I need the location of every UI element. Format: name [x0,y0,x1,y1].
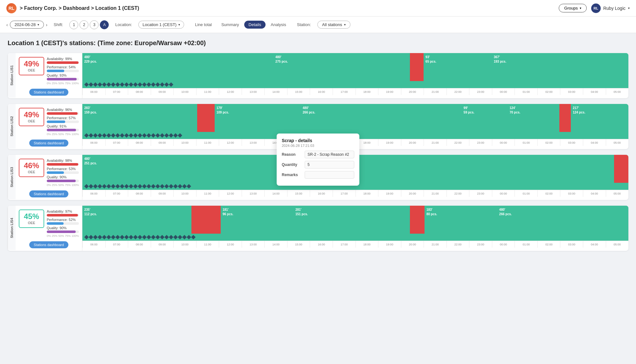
diamond-icon [102,133,107,138]
tab-summary[interactable]: Summary [217,21,244,29]
shift-1-button[interactable]: 1 [69,20,78,29]
diamond-icon [160,235,164,239]
segment-LIS1-1: 480'275 pcs. [273,53,410,81]
station-selector[interactable]: All stations ▾ [317,21,350,29]
diamond-icon [102,235,107,239]
station-label-LIS4: Station LIS4 [8,206,16,250]
location-selector[interactable]: Location 1 (CEST) ▾ [138,21,184,29]
header: RL > Factory Corp. > Dashboard > Locatio… [0,0,636,17]
chevron-down-icon: ▾ [344,23,346,26]
diamond-icon [93,133,98,138]
segment-LIS2-5: 124'70 pcs. [508,104,559,132]
diamond-icon [129,82,133,87]
diamond-icon [160,133,164,138]
dashboard-button-LIS2[interactable]: Stations dashboard [29,140,68,147]
diamond-icon [133,133,138,138]
oee-box-LIS1: 49%OEE [19,57,44,75]
app-logo: RL [6,3,17,13]
diamond-icon [156,82,160,87]
header-right: Groups ▾ RL Ruby Logic ▾ [559,3,630,13]
diamond-icon [98,82,102,87]
next-date-button[interactable]: › [46,22,47,27]
diamond-icon [160,184,164,189]
diamond-icon [124,235,129,239]
location-label: Location: [115,22,132,27]
date-picker[interactable]: 2024-06-28 ▾ [10,21,44,29]
tab-line-total[interactable]: Line total [190,21,216,29]
diamond-icon [169,133,173,138]
segment-LIS4-5 [410,206,425,234]
prev-date-button[interactable]: ‹ [6,22,8,27]
diamond-icon [129,133,133,138]
segment-LIS2-2: 179'109 pcs. [215,104,301,132]
station-metrics-LIS1: 49%OEE Availability: 99% Performance: 54… [16,53,82,98]
diamond-icon [156,133,160,138]
diamond-icon [138,184,142,189]
scrap-popup-datetime: 2024-06-28 17:21:03 [282,144,354,148]
scrap-remarks-field: Remarks [282,171,354,179]
diamond-icon [89,235,93,239]
segment-LIS2-0: 283'159 pcs. [82,104,197,132]
diamond-icon [124,82,129,87]
oee-value-LIS2: 49% [23,111,40,119]
diamond-icon [173,235,178,239]
diamond-icon [182,235,187,239]
diamond-icon [169,184,173,189]
segment-LIS1-3: 93'65 pcs. [424,53,492,81]
diamond-icon [111,133,115,138]
diamond-icon [151,235,156,239]
segment-LIS2-3: 480'266 pcs. [301,104,462,132]
breadcrumb: > Factory Corp. > Dashboard > Location 1… [20,5,139,11]
diamond-icon [89,133,93,138]
diamond-icon [164,184,169,189]
tab-analysis[interactable]: Analysis [266,21,290,29]
dashboard-button-LIS4[interactable]: Stations dashboard [29,241,68,248]
scrap-reason-label: Reason [282,152,302,157]
diamond-icon [191,235,196,239]
diamond-icon [102,82,107,87]
diamond-icon [156,184,160,189]
diamond-icon [120,133,124,138]
diamond-icon [178,184,182,189]
shift-2-button[interactable]: 2 [80,20,88,29]
scrap-quantity-value: 5 [305,161,354,168]
segment-LIS3-2 [472,155,614,183]
diamond-icon [187,235,191,239]
diamond-icon [98,133,102,138]
timeline-LIS4: 235'112 pcs.181'96 pcs.281'151 pcs.183'8… [82,206,628,248]
diamond-icon [129,235,133,239]
segment-LIS4-3: 181'96 pcs. [221,206,294,234]
groups-button[interactable]: Groups ▾ [559,4,587,12]
dashboard-button-LIS1[interactable]: Stations dashboard [29,89,68,96]
diamond-icon [138,82,142,87]
diamond-icon [115,82,120,87]
shift-3-button[interactable]: 3 [90,20,99,29]
segment-LIS4-2 [206,206,221,234]
diamond-icon [124,184,129,189]
segment-LIS4-4: 281'151 pcs. [294,206,410,234]
diamond-icon [138,235,142,239]
diamond-icon [142,82,147,87]
timeline-chart-LIS4: 235'112 pcs.181'96 pcs.281'151 pcs.183'8… [82,206,628,241]
scrap-remarks-label: Remarks [282,173,302,177]
station-metrics-LIS2: 49%OEE Availability: 96% Performance: 57… [16,104,82,149]
segment-LIS3-3 [614,155,628,183]
diamond-icon [84,133,89,138]
diamond-icon [147,184,151,189]
time-axis-LIS4: 06:0007:0008:0009:0010:0011:0012:0013:00… [82,241,628,248]
user-menu[interactable]: RL Ruby Logic ▾ [591,3,630,13]
diamond-icon [147,133,151,138]
segment-LIS4-1 [191,206,206,234]
scrap-quantity-label: Quantity [282,162,302,167]
diamond-icon [182,184,187,189]
diamond-icon [120,82,124,87]
chevron-down-icon: ▾ [628,6,630,10]
shift-a-button[interactable]: A [100,20,109,29]
diamond-icon [169,235,173,239]
diamond-icon [111,235,115,239]
oee-box-LIS3: 46%OEE [19,159,44,177]
station-row-LIS4: Station LIS445%OEE Availability: 97% Per… [8,206,628,251]
dashboard-button-LIS3[interactable]: Stations dashboard [29,190,68,197]
tab-details[interactable]: Details [244,21,266,29]
diamond-icon [107,82,111,87]
